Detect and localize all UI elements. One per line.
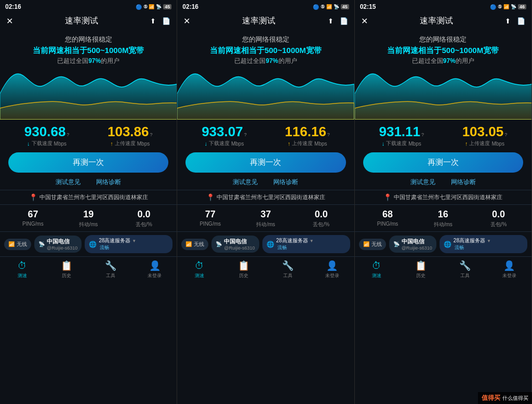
isp-name: 中国电信 — [224, 238, 255, 245]
dropdown-icon: ▼ — [487, 239, 491, 243]
doc-icon[interactable]: 📄 — [340, 17, 348, 25]
dropdown-icon: ▼ — [132, 239, 136, 243]
feedback-link[interactable]: 测试意见 — [410, 178, 435, 187]
upload-arrow: ↑ — [288, 140, 291, 147]
jitter-label: 抖动/ms — [61, 221, 116, 228]
nav-item-测速[interactable]: ⏱ 测速 — [0, 260, 44, 279]
header-actions: ⬆ 📄 — [505, 17, 525, 25]
close-icon[interactable]: ✕ — [6, 16, 13, 26]
wave-chart — [0, 68, 177, 120]
isp-sub: @Ruijie-s6310 — [47, 245, 77, 251]
battery-icon: 45 — [163, 4, 171, 9]
download-arrow: ↓ — [204, 140, 207, 147]
upload-arrow: ↑ — [110, 140, 113, 147]
speed-display: 930.68 ? ↓ 下载速度 Mbps 103.86 ? ↑ 上传速度 Mbp… — [0, 122, 177, 149]
feedback-link[interactable]: 测试意见 — [56, 178, 81, 187]
diag-link[interactable]: 网络诊断 — [273, 178, 298, 187]
server-smooth: 流畅 — [455, 244, 491, 251]
isp-badge: 📡 中国电信 @Ruijie-s6310 — [34, 236, 82, 253]
isp-badge: 📡 中国电信 @Ruijie-s6310 — [211, 236, 259, 253]
nav-item-未登录[interactable]: 👤 未登录 — [132, 260, 177, 279]
close-icon[interactable]: ✕ — [361, 16, 368, 26]
upload-unit: Mbps — [137, 141, 150, 147]
download-speed: 930.68 ? ↓ 下载速度 Mbps — [5, 125, 88, 147]
bluetooth-icon: 🔵 — [490, 4, 496, 10]
jitter-value: 37 — [238, 209, 294, 220]
download-question: ? — [244, 132, 247, 137]
nav-icon-1: 📋 — [238, 260, 249, 271]
share-icon[interactable]: ⬆ — [505, 17, 511, 25]
nav-icon-0: ⏱ — [18, 260, 27, 271]
ping-value: 67 — [5, 209, 61, 220]
server-icon: 🌐 — [89, 241, 97, 248]
nav-icon-3: 👤 — [149, 260, 161, 271]
server-icon: 🌐 — [267, 241, 274, 248]
download-speed: 933.07 ? ↓ 下载速度 Mbps — [182, 125, 265, 147]
status-time: 02:15 — [360, 3, 376, 10]
page-title: 速率测试 — [242, 16, 275, 27]
upload-unit: Mbps — [314, 141, 327, 147]
server-badge[interactable]: 🌐 28高速服务器 ▼ 流畅 — [440, 235, 527, 253]
nav-item-测速[interactable]: ⏱ 测速 — [177, 260, 221, 279]
jitter-value: 19 — [61, 209, 116, 220]
nav-item-未登录[interactable]: 👤 未登录 — [487, 260, 531, 279]
upload-label: 上传速度 — [292, 140, 313, 147]
download-unit: Mbps — [231, 141, 244, 147]
jitter-label: 抖动/ms — [415, 221, 471, 228]
loss-item: 0.0 丢包/% — [294, 209, 349, 228]
nav-icon-2: 🔧 — [105, 260, 116, 271]
download-value: 930.68 — [24, 125, 66, 138]
percent-value: 97% — [265, 57, 278, 64]
isp-icon: 📡 — [393, 241, 400, 247]
nav-item-工具[interactable]: 🔧 工具 — [443, 260, 487, 279]
stability-label: 您的网络很稳定 — [5, 35, 171, 44]
upload-speed: 116.16 ? ↑ 上传速度 Mbps — [266, 125, 349, 147]
ping-label: PING/ms — [360, 221, 416, 227]
isp-name: 中国电信 — [47, 238, 77, 245]
ping-item: 67 PING/ms — [5, 209, 61, 228]
nav-item-工具[interactable]: 🔧 工具 — [88, 260, 132, 279]
feedback-link[interactable]: 测试意见 — [233, 178, 258, 187]
server-smooth: 流畅 — [100, 244, 136, 251]
doc-icon[interactable]: 📄 — [517, 17, 525, 25]
nav-item-测速[interactable]: ⏱ 测速 — [355, 260, 399, 279]
diag-link[interactable]: 网络诊断 — [96, 178, 121, 187]
isp-badge: 📡 中国电信 @Ruijie-s6310 — [389, 236, 436, 253]
retest-button[interactable]: 再测一次 — [363, 152, 523, 173]
doc-icon[interactable]: 📄 — [162, 17, 170, 25]
percent-label: 已超过全国97%的用户 — [5, 57, 171, 66]
watermark-text: 什么值得买 — [502, 395, 528, 402]
upload-value: 103.86 — [108, 125, 149, 138]
wireless-icon: 📶 — [8, 241, 15, 247]
wifi-icon: 📡 — [156, 4, 162, 9]
nav-item-历史[interactable]: 📋 历史 — [399, 260, 443, 279]
wave-chart — [355, 68, 531, 120]
status-time: 02:16 — [5, 3, 21, 10]
upload-label-row: ↑ 上传速度 Mbps — [88, 140, 171, 147]
upload-speed: 103.05 ? ↑ 上传速度 Mbps — [443, 125, 526, 147]
stability-label: 您的网络很稳定 — [360, 35, 526, 44]
location-icon: 📍 — [29, 193, 37, 201]
share-icon[interactable]: ⬆ — [150, 17, 156, 25]
location-row: 📍 中国甘肃省兰州市七里河区西园街道林家庄 — [177, 190, 354, 204]
nav-item-历史[interactable]: 📋 历史 — [221, 260, 265, 279]
upload-question: ? — [504, 132, 507, 137]
ping-stats: 77 PING/ms 37 抖动/ms 0.0 丢包/% — [177, 204, 354, 231]
signal-icon: ⑤ 📶 — [321, 4, 332, 9]
close-icon[interactable]: ✕ — [183, 16, 190, 26]
server-badge[interactable]: 🌐 28高速服务器 ▼ 流畅 — [85, 235, 172, 253]
download-speed: 931.11 ? ↓ 下载速度 Mbps — [360, 125, 443, 147]
wave-chart — [177, 68, 354, 120]
nav-item-未登录[interactable]: 👤 未登录 — [310, 260, 354, 279]
retest-button[interactable]: 再测一次 — [185, 152, 345, 173]
nav-item-工具[interactable]: 🔧 工具 — [265, 260, 310, 279]
nav-icon-1: 📋 — [61, 260, 72, 271]
upload-question: ? — [327, 132, 330, 137]
nav-item-历史[interactable]: 📋 历史 — [44, 260, 88, 279]
share-icon[interactable]: ⬆ — [328, 17, 334, 25]
ping-value: 68 — [360, 209, 416, 220]
page-title: 速率测试 — [65, 16, 98, 27]
diag-link[interactable]: 网络诊断 — [451, 178, 476, 187]
server-badge[interactable]: 🌐 28高速服务器 ▼ 流畅 — [262, 235, 350, 253]
retest-button[interactable]: 再测一次 — [8, 152, 168, 173]
